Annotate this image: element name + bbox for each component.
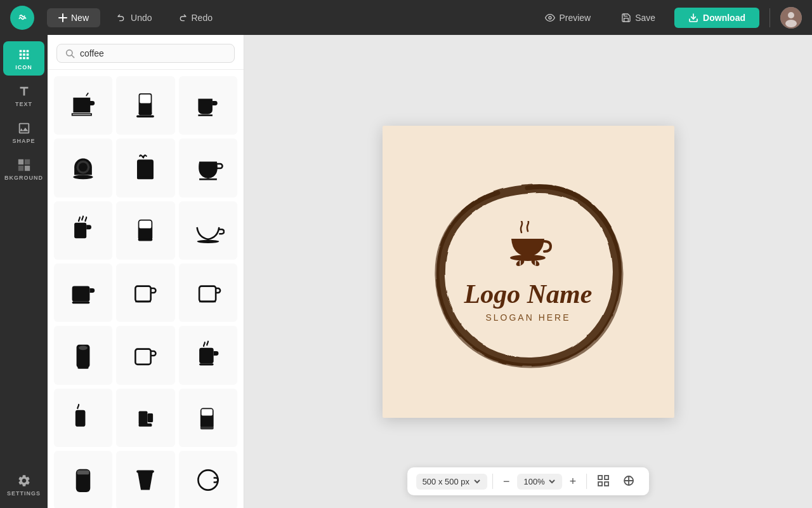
svg-rect-15 xyxy=(139,112,152,114)
canvas-area: Logo Name SLOGAN HERE 500 x 500 px − 100… xyxy=(244,35,812,508)
topbar-divider xyxy=(769,8,770,27)
svg-rect-26 xyxy=(138,238,153,241)
chevron-down-icon xyxy=(548,478,556,485)
list-item[interactable] xyxy=(54,138,112,197)
list-item[interactable] xyxy=(54,326,112,384)
icon-grid xyxy=(48,70,244,508)
zoom-in-icon: + xyxy=(570,475,577,488)
grid-toggle-button[interactable] xyxy=(592,472,615,491)
list-item[interactable] xyxy=(179,201,237,260)
save-button[interactable]: Save xyxy=(610,8,667,27)
svg-rect-8 xyxy=(18,166,23,171)
topbar: New Undo Redo Preview Save Download xyxy=(0,0,812,35)
preview-label: Preview xyxy=(559,13,591,23)
list-item[interactable] xyxy=(116,264,174,322)
search-input[interactable] xyxy=(80,48,226,58)
list-item[interactable] xyxy=(54,76,112,135)
sidebar-item-shape[interactable]: SHAPE xyxy=(3,115,44,149)
list-item[interactable] xyxy=(179,389,237,447)
list-item[interactable] xyxy=(116,389,174,447)
svg-point-0 xyxy=(16,11,28,23)
user-avatar[interactable] xyxy=(780,7,802,29)
svg-rect-58 xyxy=(598,476,602,479)
new-button[interactable]: New xyxy=(47,8,100,27)
svg-rect-59 xyxy=(605,476,608,479)
list-item[interactable] xyxy=(54,451,112,508)
app-logo[interactable] xyxy=(10,6,34,30)
list-item[interactable] xyxy=(116,138,174,197)
list-item[interactable] xyxy=(179,76,237,135)
svg-rect-45 xyxy=(201,409,212,415)
svg-point-17 xyxy=(74,175,93,179)
svg-point-27 xyxy=(197,240,219,243)
svg-point-4 xyxy=(788,12,794,18)
grid-icon xyxy=(597,474,610,487)
logo-inner: Logo Name SLOGAN HERE xyxy=(464,221,593,323)
zoom-label: 100% xyxy=(524,477,545,486)
logo-circle: Logo Name SLOGAN HERE xyxy=(427,170,630,373)
redo-label: Redo xyxy=(191,13,212,23)
layers-button[interactable] xyxy=(617,472,640,491)
logo-content: Logo Name SLOGAN HERE xyxy=(383,126,674,418)
list-item[interactable] xyxy=(179,138,237,197)
list-item[interactable] xyxy=(116,326,174,384)
svg-rect-41 xyxy=(139,411,148,424)
svg-rect-16 xyxy=(137,116,155,117)
svg-rect-49 xyxy=(137,471,155,473)
svg-line-11 xyxy=(72,55,74,58)
svg-rect-30 xyxy=(136,286,151,302)
preview-button[interactable]: Preview xyxy=(534,8,602,27)
undo-button[interactable]: Undo xyxy=(108,8,160,27)
bottombar-divider1 xyxy=(492,474,493,489)
zoom-in-button[interactable]: + xyxy=(565,472,582,491)
panel-search-area xyxy=(48,35,244,70)
download-button[interactable]: Download xyxy=(674,8,759,28)
zoom-out-button[interactable]: − xyxy=(498,472,515,491)
svg-rect-43 xyxy=(148,413,154,422)
svg-rect-29 xyxy=(72,302,90,304)
svg-rect-25 xyxy=(140,220,152,228)
tool-sidebar: ICON TEXT SHAPE BKGROUND SETTINGS xyxy=(0,35,48,508)
layers-icon xyxy=(622,474,635,487)
undo-label: Undo xyxy=(131,13,152,23)
redo-button[interactable]: Redo xyxy=(168,8,221,27)
canvas-size-selector[interactable]: 500 x 500 px xyxy=(416,474,487,490)
svg-rect-14 xyxy=(140,95,151,104)
list-item[interactable] xyxy=(179,326,237,384)
list-item[interactable] xyxy=(54,389,112,447)
svg-rect-7 xyxy=(24,159,29,164)
svg-rect-38 xyxy=(199,347,214,363)
svg-point-19 xyxy=(79,163,88,171)
new-label: New xyxy=(71,13,89,23)
svg-rect-42 xyxy=(139,424,152,427)
svg-rect-39 xyxy=(199,363,214,365)
list-item[interactable] xyxy=(54,201,112,260)
main-layout: ICON TEXT SHAPE BKGROUND SETTINGS xyxy=(0,35,812,508)
sidebar-item-icon[interactable]: ICON xyxy=(3,41,44,76)
svg-rect-60 xyxy=(598,482,602,486)
svg-point-1 xyxy=(549,17,551,19)
size-label: 500 x 500 px xyxy=(422,477,469,486)
list-item[interactable] xyxy=(179,451,237,508)
logo-name-text[interactable]: Logo Name xyxy=(464,281,593,307)
download-label: Download xyxy=(703,13,745,23)
svg-rect-32 xyxy=(199,286,216,302)
chevron-down-icon xyxy=(473,478,481,485)
list-item[interactable] xyxy=(116,451,174,508)
zoom-out-icon: − xyxy=(503,475,510,488)
svg-rect-12 xyxy=(74,98,89,112)
logo-slogan-text[interactable]: SLOGAN HERE xyxy=(485,312,570,323)
zoom-level-selector[interactable]: 100% xyxy=(518,474,562,490)
bottombar-divider2 xyxy=(586,474,587,489)
list-item[interactable] xyxy=(54,264,112,322)
list-item[interactable] xyxy=(116,201,174,260)
design-canvas[interactable]: Logo Name SLOGAN HERE xyxy=(383,126,674,418)
svg-rect-61 xyxy=(605,482,608,486)
list-item[interactable] xyxy=(116,76,174,135)
sidebar-item-settings[interactable]: SETTINGS xyxy=(3,467,44,502)
svg-rect-28 xyxy=(72,286,90,302)
icon-panel xyxy=(48,35,244,508)
list-item[interactable] xyxy=(179,264,237,322)
sidebar-item-text[interactable]: TEXT xyxy=(3,78,44,112)
sidebar-item-background[interactable]: BKGROUND xyxy=(3,152,44,186)
